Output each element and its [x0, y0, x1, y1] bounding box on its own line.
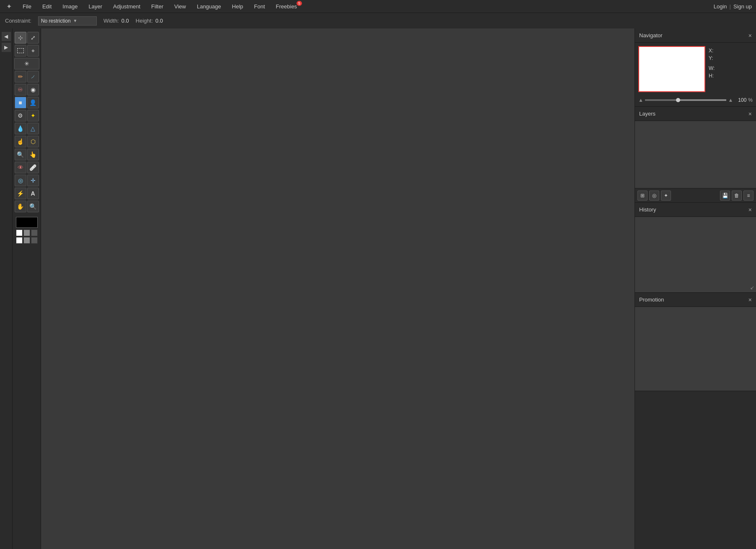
- panel-toggle: ◀ ▶: [0, 28, 13, 549]
- zoom-tool[interactable]: 🔍: [27, 201, 39, 212]
- magic-wand-tool[interactable]: ✳: [14, 58, 39, 70]
- zoom-increase-icon[interactable]: ▲: [728, 97, 733, 103]
- color-area: [14, 217, 39, 244]
- menu-edit[interactable]: Edit: [41, 3, 53, 10]
- red-eye-tool[interactable]: 👁: [15, 162, 26, 173]
- color-cell-white1[interactable]: [16, 229, 23, 236]
- tool-row-5: ♾ ◉: [15, 84, 39, 95]
- height-field: Height: 0.0: [136, 18, 163, 24]
- width-label: Width:: [103, 18, 119, 24]
- color-cell-dark2[interactable]: [31, 237, 38, 244]
- tool-row-14: ✋ 🔍: [15, 201, 39, 212]
- navigator-close-button[interactable]: ×: [748, 33, 752, 39]
- layers-mask-button[interactable]: ◎: [649, 191, 659, 201]
- person-tool[interactable]: 👤: [27, 97, 39, 108]
- navigator-info: X: Y: W: H:: [709, 46, 715, 92]
- lasso-tool[interactable]: ⌖: [27, 45, 39, 57]
- color-cell-gray2[interactable]: [23, 237, 30, 244]
- menu-view[interactable]: View: [173, 3, 188, 10]
- history-content: ↙: [635, 217, 756, 292]
- tool-row-8: 💧 △: [15, 123, 39, 134]
- pen-tool[interactable]: ⚡: [15, 188, 26, 199]
- menu-help[interactable]: Help: [230, 3, 245, 10]
- tool-row-9: ☝ ⬡: [15, 136, 39, 147]
- signup-link[interactable]: Sign up: [733, 3, 752, 10]
- color-cell-dark1[interactable]: [31, 229, 38, 236]
- menu-adjustment[interactable]: Adjustment: [111, 3, 142, 10]
- eraser-tool[interactable]: ♾: [15, 84, 26, 95]
- constraint-arrow: ▼: [73, 18, 77, 23]
- hand-tool[interactable]: ✋: [15, 201, 26, 212]
- navigator-y: Y:: [709, 55, 715, 61]
- dodge-tool[interactable]: △: [27, 123, 39, 134]
- layers-close-button[interactable]: ×: [748, 111, 752, 117]
- stamp-tool[interactable]: ◉: [27, 84, 39, 95]
- freebies-badge: 5: [297, 1, 302, 6]
- layers-fx-button[interactable]: ✦: [661, 191, 671, 201]
- menu-font[interactable]: Font: [253, 3, 267, 10]
- color-picker-tool[interactable]: 🔍: [15, 149, 26, 160]
- clone-tool[interactable]: 👆: [27, 149, 39, 160]
- tool-row-2: ⌖: [15, 45, 39, 57]
- effect-tool[interactable]: ✦: [27, 110, 39, 121]
- color-cell-gray1[interactable]: [23, 229, 30, 236]
- menu-filter[interactable]: Filter: [150, 3, 165, 10]
- width-field: Width: 0.0: [103, 18, 129, 24]
- layers-save-button[interactable]: 💾: [720, 191, 730, 201]
- login-link[interactable]: Login: [714, 3, 727, 10]
- tool-row-6: ■ 👤: [15, 97, 39, 108]
- navigator-section: Navigator × X: Y: W: H: ▲ ▲ 100 %: [635, 28, 756, 107]
- color-swatch[interactable]: [16, 217, 38, 228]
- transform-tool[interactable]: ✛: [27, 175, 39, 186]
- layers-toolbar: ⊞ ◎ ✦ 💾 🗑 ≡: [635, 188, 756, 202]
- color-cell-white2[interactable]: [16, 237, 23, 244]
- promotion-close-button[interactable]: ×: [748, 297, 752, 303]
- zoom-percent: %: [748, 97, 753, 103]
- menu-language[interactable]: Language: [195, 3, 223, 10]
- promotion-section: Promotion ×: [635, 293, 756, 391]
- app-icon: ✦: [4, 2, 13, 11]
- heal-tool[interactable]: 🩹: [27, 162, 39, 173]
- marquee-tool[interactable]: [15, 45, 26, 57]
- tool-row-13: ⚡ A: [15, 188, 39, 199]
- warp-tool[interactable]: ⚙: [15, 110, 26, 121]
- sponge-tool[interactable]: ⬡: [27, 136, 39, 147]
- selection-tool[interactable]: ⊹: [15, 32, 26, 44]
- zoom-decrease-icon[interactable]: ▲: [638, 97, 643, 103]
- canvas-area[interactable]: [41, 28, 635, 549]
- tool-row-1: ⊹ ⤢: [15, 32, 39, 44]
- layers-delete-button[interactable]: 🗑: [732, 191, 742, 201]
- layers-options-button[interactable]: ≡: [743, 191, 753, 201]
- navigator-zoom: ▲ ▲ 100 %: [635, 95, 756, 106]
- pencil-tool[interactable]: ✏: [15, 71, 26, 82]
- text-tool[interactable]: A: [27, 188, 39, 199]
- menu-freebies[interactable]: Freebies 5: [274, 3, 299, 10]
- smudge-tool[interactable]: ☝: [15, 136, 26, 147]
- layers-header: Layers ×: [635, 107, 756, 121]
- menu-layer[interactable]: Layer: [87, 3, 104, 10]
- blur-tool[interactable]: 💧: [15, 123, 26, 134]
- tool-row-7: ⚙ ✦: [15, 110, 39, 121]
- right-panel: Navigator × X: Y: W: H: ▲ ▲ 100 %: [635, 28, 756, 549]
- navigator-content: X: Y: W: H:: [635, 43, 756, 95]
- shape-tool[interactable]: ■: [15, 97, 26, 108]
- navigator-x: X:: [709, 48, 715, 54]
- zoom-slider-thumb[interactable]: [676, 98, 680, 102]
- move-tool[interactable]: ⤢: [27, 32, 39, 44]
- menu-image[interactable]: Image: [61, 3, 79, 10]
- line-tool[interactable]: ⟋: [27, 71, 39, 82]
- zoom-slider[interactable]: [645, 99, 727, 101]
- layers-section: Layers × ⊞ ◎ ✦ 💾 🗑 ≡: [635, 107, 756, 203]
- toolbar-bar: Constraint: No restriction ▼ Width: 0.0 …: [0, 13, 756, 28]
- promotion-content: [635, 307, 756, 391]
- gradient-tool[interactable]: ◎: [15, 175, 26, 186]
- height-value: 0.0: [155, 18, 163, 24]
- tool-row-10: 🔍 👆: [15, 149, 39, 160]
- menu-file[interactable]: File: [21, 3, 33, 10]
- width-value: 0.0: [121, 18, 129, 24]
- panel-right-button[interactable]: ▶: [2, 43, 11, 52]
- history-close-button[interactable]: ×: [748, 207, 752, 213]
- panel-left-button[interactable]: ◀: [2, 32, 11, 41]
- constraint-select[interactable]: No restriction ▼: [38, 16, 97, 26]
- layers-group-button[interactable]: ⊞: [637, 191, 648, 201]
